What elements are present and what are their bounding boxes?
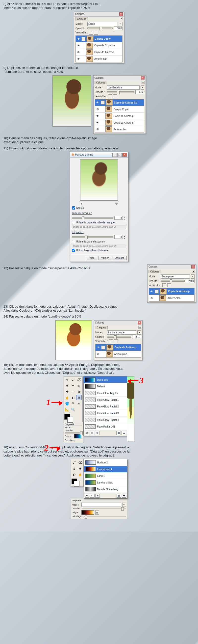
cancel-button[interactable]: Annuler xyxy=(113,256,127,260)
layer-row[interactable]: 👁Arrière-plan xyxy=(95,126,144,132)
grad-opacity-slider[interactable] xyxy=(82,508,126,509)
zoom-out-icon[interactable]: ⊖ xyxy=(85,494,89,498)
tool-blur-icon[interactable]: ◉ xyxy=(76,389,82,394)
mask-size-value[interactable]: 8 xyxy=(114,216,123,220)
grid-view-icon[interactable]: ▦ xyxy=(116,431,121,435)
opacity-value[interactable]: 50.0 xyxy=(114,26,123,30)
layer-row[interactable]: 👁Copie de Arrière-p xyxy=(96,344,141,351)
eye-icon[interactable]: 👁 xyxy=(77,37,80,40)
chevron-down-icon[interactable]: ▾ xyxy=(141,86,144,90)
chevron-down-icon[interactable]: ▾ xyxy=(122,502,126,507)
mode-select[interactable]: Superposer xyxy=(161,274,190,279)
gradient-item[interactable]: Land 1 xyxy=(84,472,127,479)
lock-pixels-icon[interactable] xyxy=(109,339,113,343)
layer-row[interactable]: 👁Calque Copié xyxy=(76,36,122,42)
chevron-down-icon[interactable]: ▾ xyxy=(119,22,123,26)
opacity-slider[interactable] xyxy=(107,336,131,338)
spin-up-icon[interactable]: ▴ xyxy=(123,216,126,218)
gradient-item[interactable]: Horizon 2 xyxy=(84,459,127,466)
tool-blur-icon[interactable]: ◉ xyxy=(77,466,83,471)
offset-slider[interactable] xyxy=(84,516,126,517)
close-icon[interactable]: ✕ xyxy=(138,321,141,324)
layer-row[interactable]: 👁Copie de Copie de xyxy=(76,42,122,49)
close-icon[interactable]: ✕ xyxy=(191,265,195,268)
tab-calques[interactable]: Calques xyxy=(95,326,108,329)
mask-size-slider[interactable] xyxy=(72,217,113,219)
opacity-slider[interactable] xyxy=(107,92,134,93)
tab-calques[interactable]: Calques xyxy=(75,17,88,20)
mode-select[interactable]: Écran xyxy=(87,22,118,26)
opacity-slider[interactable] xyxy=(161,280,185,282)
eye-icon[interactable]: 👁 xyxy=(77,50,80,54)
eye-icon[interactable]: 👁 xyxy=(77,44,80,47)
spin-up-icon[interactable]: ▴ xyxy=(123,235,126,237)
list-view-icon[interactable]: ☰ xyxy=(122,431,126,435)
tool-gradient-icon[interactable]: ▦ xyxy=(76,395,82,400)
lock-pixels-icon[interactable] xyxy=(108,94,112,98)
eye-icon[interactable]: 👁 xyxy=(150,296,154,300)
grad-opacity-slider[interactable] xyxy=(65,432,82,434)
eye-icon[interactable]: 👁 xyxy=(150,290,154,293)
tool-dodge-icon[interactable]: ◐ xyxy=(71,472,77,477)
exponent-value[interactable]: 8 xyxy=(114,235,123,239)
close-icon[interactable]: ✕ xyxy=(122,153,127,157)
gradient-chooser-icon[interactable]: ▤ xyxy=(95,510,99,515)
prev-icon[interactable]: ◂ xyxy=(80,202,82,205)
gradient-item[interactable]: Flare Radial 101 xyxy=(84,423,127,430)
tool-text-icon[interactable]: A xyxy=(76,401,82,406)
zoom-out-icon[interactable]: ⊖ xyxy=(85,431,89,435)
spin-down-icon[interactable]: ▾ xyxy=(123,237,126,239)
grad-mode-select[interactable] xyxy=(81,502,121,507)
use-exp-map-checkbox[interactable] xyxy=(72,240,75,243)
tool-eyedropper-icon[interactable]: ⚲ xyxy=(70,401,76,406)
gradient-item[interactable]: Incandescent xyxy=(84,466,127,472)
zoom-fit-icon[interactable]: ▭ xyxy=(90,431,94,435)
layer-row[interactable]: 👁Copie de Arrière-p xyxy=(95,120,144,126)
lock-pixels-icon[interactable] xyxy=(89,31,93,35)
list-view-icon[interactable]: ☰ xyxy=(122,494,126,498)
chevron-down-icon[interactable]: ▾ xyxy=(137,330,141,335)
zoom-in-icon[interactable]: ⊕ xyxy=(95,431,99,435)
gradient-item[interactable]: Flare Glow Radial 4 xyxy=(84,416,127,423)
opacity-value[interactable]: 40.0 xyxy=(186,279,195,283)
grid-view-icon[interactable]: ▦ xyxy=(117,494,121,498)
zoom-in-icon[interactable]: ⊕ xyxy=(95,494,100,498)
layer-row[interactable]: 👁Calque Copié xyxy=(95,106,144,113)
tool-zoom-icon[interactable]: 🔍 xyxy=(70,407,76,412)
tool-clone-icon[interactable]: ⊛ xyxy=(71,466,77,471)
gradient-item[interactable]: Land and Sea xyxy=(84,479,127,486)
tool-airbrush-icon[interactable]: ✱ xyxy=(64,383,70,388)
layer-row[interactable]: 👁Arrière-plan xyxy=(149,295,194,302)
tool-dodge-icon[interactable]: ◐ xyxy=(70,395,76,400)
tool-clone-icon[interactable]: ⊛ xyxy=(76,383,82,388)
tool-eraser-icon[interactable]: ⌫ xyxy=(77,460,83,465)
close-icon[interactable]: ✕ xyxy=(119,12,123,16)
eye-icon[interactable]: 👁 xyxy=(96,121,99,124)
eye-icon[interactable]: 👁 xyxy=(96,128,99,131)
layer-row[interactable]: 👁Arrière-plan xyxy=(76,56,122,62)
close-icon[interactable]: ✕ xyxy=(141,76,145,80)
layer-row[interactable]: 👁Copie de Calque Co xyxy=(95,99,144,106)
exponent-slider[interactable] xyxy=(72,236,113,238)
zoom-fit-icon[interactable]: ▭ xyxy=(90,494,95,498)
layer-row[interactable]: 👁Copie de Arrière-p xyxy=(149,288,194,295)
gradient-swatch[interactable] xyxy=(81,510,94,515)
tool-bucket-icon[interactable]: 🪣 xyxy=(64,401,70,406)
minimize-icon[interactable]: – xyxy=(112,153,117,157)
tool-smudge-icon[interactable]: ☝ xyxy=(64,395,70,400)
tool-smudge-icon[interactable]: ☝ xyxy=(77,472,83,477)
gradient-item[interactable]: Default xyxy=(84,383,127,390)
chevron-down-icon[interactable]: ▾ xyxy=(191,274,195,279)
use-intensity-checkbox[interactable] xyxy=(72,249,75,252)
lock-pixels-icon[interactable] xyxy=(162,283,166,287)
gradient-item[interactable]: Flare Glow Radial 2 xyxy=(84,403,127,410)
lock-alpha-icon[interactable] xyxy=(94,31,98,35)
tool-brush-icon[interactable]: 🖌 xyxy=(70,377,76,382)
mode-select[interactable]: Lumière dure xyxy=(107,86,140,90)
tool-heal-icon[interactable]: ✚ xyxy=(64,389,70,394)
eye-icon[interactable]: 👁 xyxy=(97,352,100,356)
panel-menu-icon[interactable]: ◂ xyxy=(192,270,195,273)
maximize-icon[interactable]: ▢ xyxy=(117,153,122,157)
gradient-item[interactable]: Flare Glow Angular xyxy=(84,390,127,396)
panel-menu-icon[interactable]: ◂ xyxy=(138,326,141,329)
